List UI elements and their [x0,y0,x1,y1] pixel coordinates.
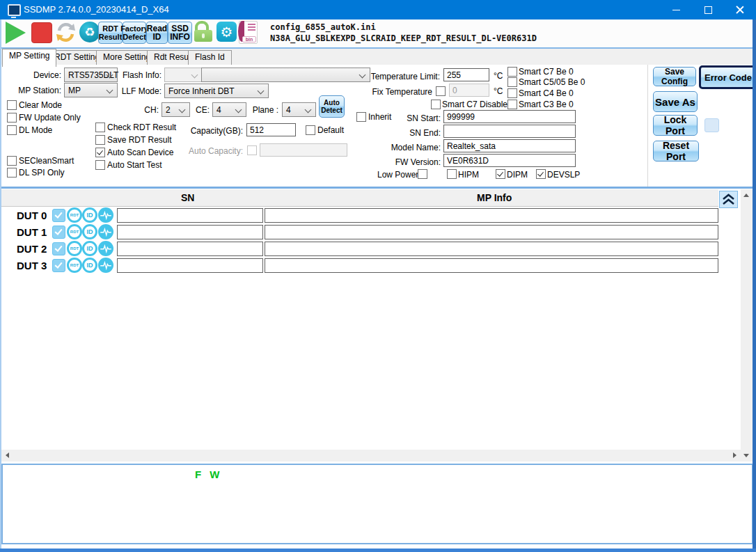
lock-button[interactable] [194,21,214,43]
tab-mp-setting[interactable]: MP Setting [2,49,56,67]
ce-select[interactable]: 4 [212,102,246,117]
temperature-limit-input[interactable] [443,68,489,81]
dut-mp-info-input[interactable] [265,258,718,273]
dut-mp-info-input[interactable] [265,242,718,256]
id-status-icon[interactable]: ID [82,224,97,239]
minimize-button[interactable] [660,0,692,19]
ssd-info-button[interactable]: SSD INFO [168,22,192,44]
default-checkbox[interactable] [306,125,315,135]
maximize-button[interactable] [692,0,724,19]
stop-button[interactable] [31,22,52,43]
dut-mp-info-input[interactable] [265,225,718,239]
bin-file-button[interactable]: bin [239,21,258,44]
flash-info-label: Flash Info: [113,70,162,80]
rdt-result-label-1: RDT [102,24,118,33]
flash-info-select-wide[interactable] [201,68,370,82]
sn-start-input[interactable] [443,110,576,123]
auto-detect-button[interactable]: Auto Detect [319,95,345,118]
lock-port-button[interactable]: Lock Port [653,115,698,136]
flash-info-select-small[interactable] [164,68,203,82]
llf-mode-select[interactable]: Force Inherit DBT [164,84,269,98]
secleansmart-checkbox[interactable] [7,156,17,166]
dut-sn-input[interactable] [117,242,263,256]
hipm-checkbox[interactable] [447,169,457,179]
fix-temperature-input[interactable] [449,84,489,97]
plane-select[interactable]: 4 [282,102,316,117]
health-pulse-icon[interactable] [98,207,113,223]
low-power-checkbox[interactable] [418,169,427,179]
reset-port-button[interactable]: Reset Port [653,141,699,161]
recycle-button[interactable]: ♻ [79,22,100,42]
inherit-label: Inherit [368,112,391,122]
start-button[interactable] [6,22,26,44]
smart-c3-be0-checkbox[interactable] [507,100,517,109]
rdt-result-button[interactable]: RDT Result [98,22,123,44]
dut-enable-checkbox[interactable] [52,259,65,272]
bin-file-label: bin [242,36,256,42]
rdt-status-icon[interactable]: RDT [67,241,82,256]
scroll-right-icon[interactable] [733,452,737,458]
collapse-button[interactable] [719,191,738,208]
id-status-icon[interactable]: ID [82,207,97,223]
factory-defect-button[interactable]: Factory Defect [123,22,146,44]
lock-port-color-box[interactable] [704,118,719,132]
id-status-icon[interactable]: ID [82,258,97,273]
health-pulse-icon[interactable] [98,241,113,256]
health-pulse-icon[interactable] [98,224,113,239]
clear-mode-checkbox[interactable] [7,100,17,110]
health-pulse-icon[interactable] [98,258,113,273]
ch-select[interactable]: 2 [162,102,190,117]
settings-button[interactable]: ⚙ [216,22,237,42]
dut-sn-input[interactable] [117,225,263,239]
save-rdt-result-checkbox[interactable] [95,135,105,145]
id-status-icon[interactable]: ID [82,241,97,256]
scroll-left-icon[interactable] [6,452,9,458]
dut-sn-input[interactable] [117,208,263,223]
sn-end-input[interactable] [443,125,576,138]
dl-spi-only-checkbox[interactable] [7,168,17,178]
dut-sn-input[interactable] [117,258,263,273]
error-code-button[interactable]: Error Code [699,65,756,89]
smart-c7-be0-checkbox[interactable] [507,67,517,77]
devslp-checkbox[interactable] [536,169,546,179]
mp-station-select[interactable]: MP [64,83,118,97]
save-as-button[interactable]: Save As [653,91,698,112]
check-rdt-result-label: Check RDT Result [107,123,176,132]
capacity-input[interactable] [246,123,296,136]
dut-mp-info-input[interactable] [265,208,718,223]
auto-start-test-checkbox[interactable] [95,160,105,170]
read-id-button[interactable]: Read ID [146,22,168,44]
fix-temperature-checkbox[interactable] [436,86,446,96]
smart-c4-be0-checkbox[interactable] [507,88,517,98]
low-power-label: Low Power [377,170,418,180]
auto-capacity-input[interactable] [260,143,347,157]
refresh-icon[interactable] [55,22,77,43]
auto-scan-device-checkbox[interactable] [95,148,105,157]
rdt-status-icon[interactable]: RDT [67,207,82,223]
dut-enable-checkbox[interactable] [52,226,65,239]
scroll-up-icon[interactable] [743,194,749,197]
check-rdt-result-checkbox[interactable] [95,123,105,132]
horizontal-scrollbar[interactable] [1,450,741,462]
smart-c4-be0-label: Smart C4 Be 0 [519,88,574,98]
close-button[interactable] [724,0,756,19]
default-label: Default [317,125,344,135]
save-config-button[interactable]: Save Config [653,67,696,86]
smart-c5-be0-checkbox[interactable] [507,77,517,87]
model-name-input[interactable] [443,139,576,152]
auto-capacity-checkbox[interactable] [247,145,257,155]
inherit-checkbox[interactable] [356,112,366,122]
device-select[interactable]: RTS5735DLT [64,68,118,82]
fw-version-input[interactable] [443,154,576,167]
fw-update-only-checkbox[interactable] [7,113,17,123]
smart-c7-disable-checkbox[interactable] [431,100,441,109]
rdt-status-icon[interactable]: RDT [67,258,82,273]
dut-enable-checkbox[interactable] [52,242,65,255]
vertical-scrollbar[interactable] [741,189,753,462]
dut-enable-checkbox[interactable] [52,209,65,222]
tab-flash-id[interactable]: Flash Id [188,50,232,65]
dipm-checkbox[interactable] [496,169,505,179]
scroll-down-icon[interactable] [743,454,749,457]
dl-mode-checkbox[interactable] [7,125,17,135]
rdt-status-icon[interactable]: RDT [67,224,82,239]
